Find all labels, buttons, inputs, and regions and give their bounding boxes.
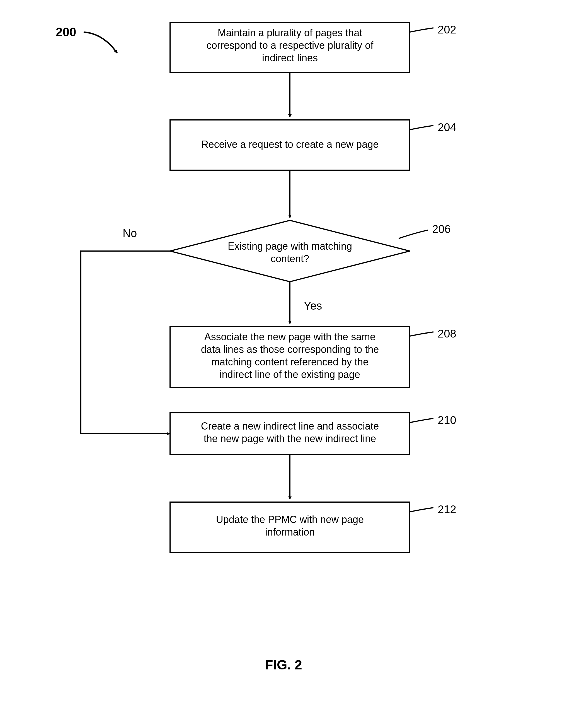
diagram-ref-label: 200 [56, 25, 76, 39]
ref-tick-210 [410, 418, 433, 423]
node-204-line1: Receive a request to create a new page [201, 139, 378, 150]
node-210: Create a new indirect line and associate… [170, 413, 456, 455]
node-212-line2: information [265, 526, 315, 538]
ref-210: 210 [438, 414, 456, 426]
node-202-line2: correspond to a respective plurality of [207, 40, 373, 51]
edge-label-yes: Yes [304, 300, 322, 312]
node-210-line2: the new page with the new indirect line [204, 433, 376, 444]
edge-label-no: No [123, 227, 137, 239]
node-208-line1: Associate the new page with the same [204, 331, 375, 343]
figure-caption: FIG. 2 [265, 657, 302, 672]
ref-202: 202 [438, 23, 456, 36]
node-208: Associate the new page with the same dat… [170, 326, 456, 388]
node-206-line2: content? [271, 253, 309, 264]
node-204: Receive a request to create a new page 2… [170, 120, 456, 170]
ref-tick-212 [410, 508, 433, 512]
node-202: Maintain a plurality of pages that corre… [170, 22, 456, 73]
node-208-line4: indirect line of the existing page [220, 369, 360, 380]
ref-tick-206 [399, 230, 428, 238]
node-202-line1: Maintain a plurality of pages that [218, 27, 362, 38]
node-210-line1: Create a new indirect line and associate [201, 420, 379, 432]
node-212: Update the PPMC with new page informatio… [170, 502, 456, 552]
node-208-line2: data lines as those corresponding to the [201, 344, 379, 355]
ref-208: 208 [438, 327, 456, 340]
ref-212: 212 [438, 503, 456, 515]
arrow-no-path [81, 251, 170, 434]
node-206-decision: Existing page with matching content? 206 [170, 220, 451, 282]
ref-206: 206 [432, 223, 451, 235]
diagram-ref-arrow [84, 32, 117, 53]
flowchart-diagram: 200 Maintain a plurality of pages that c… [0, 0, 567, 728]
ref-tick-208 [410, 332, 433, 336]
node-212-line1: Update the PPMC with new page [216, 514, 364, 525]
ref-tick-202 [410, 28, 433, 32]
node-206-line1: Existing page with matching [228, 240, 352, 252]
ref-tick-204 [410, 126, 433, 130]
node-202-line3: indirect lines [262, 52, 318, 64]
node-208-line3: matching content referenced by the [211, 356, 368, 368]
ref-204: 204 [438, 121, 456, 133]
